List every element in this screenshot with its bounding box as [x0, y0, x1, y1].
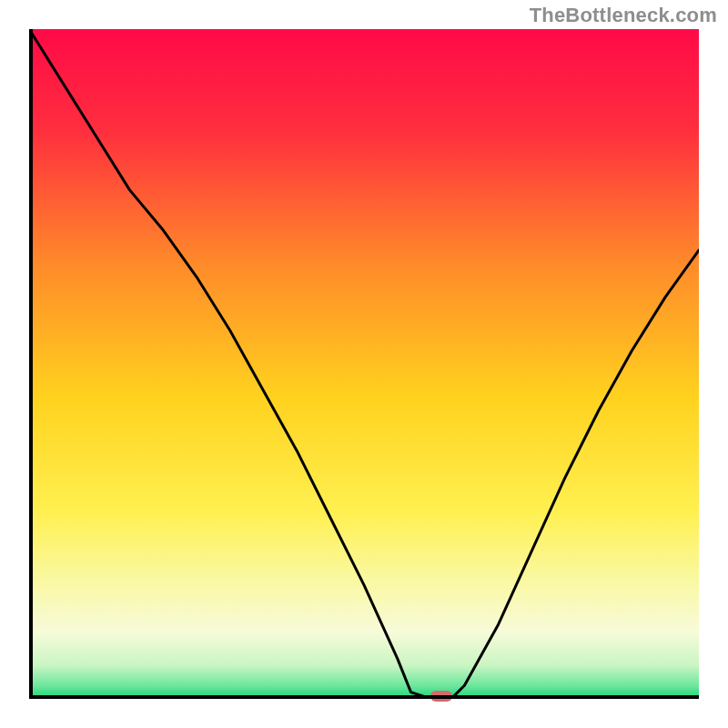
- plot-area: [29, 29, 699, 699]
- attribution-label: TheBottleneck.com: [530, 4, 717, 27]
- bottleneck-chart: TheBottleneck.com: [0, 0, 728, 728]
- chart-svg: [29, 29, 699, 699]
- gradient-background: [29, 29, 699, 699]
